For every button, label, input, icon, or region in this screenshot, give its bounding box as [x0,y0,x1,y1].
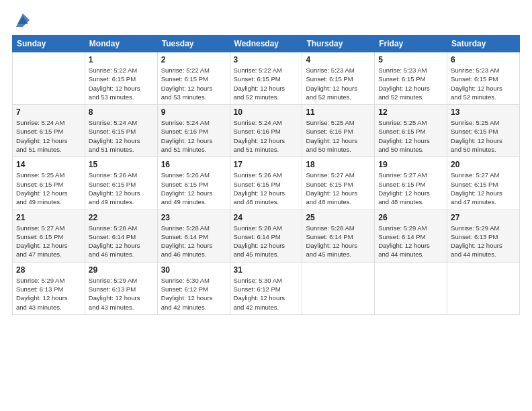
day-info: Sunrise: 5:24 AM Sunset: 6:16 PM Dayligh… [234,118,299,154]
day-number: 27 [451,213,516,222]
calendar-cell: 26Sunrise: 5:29 AM Sunset: 6:14 PM Dayli… [375,210,447,262]
day-info: Sunrise: 5:28 AM Sunset: 6:14 PM Dayligh… [89,224,154,259]
day-info: Sunrise: 5:29 AM Sunset: 6:13 PM Dayligh… [451,224,516,259]
header [12,11,520,30]
day-info: Sunrise: 5:29 AM Sunset: 6:13 PM Dayligh… [16,276,81,312]
day-info: Sunrise: 5:22 AM Sunset: 6:15 PM Dayligh… [161,66,226,101]
day-number: 19 [378,160,443,169]
day-number: 23 [161,213,226,222]
logo [12,11,32,30]
day-info: Sunrise: 5:27 AM Sunset: 6:15 PM Dayligh… [306,171,371,206]
day-number: 6 [451,55,516,64]
day-info: Sunrise: 5:30 AM Sunset: 6:12 PM Dayligh… [234,276,299,312]
day-info: Sunrise: 5:29 AM Sunset: 6:14 PM Dayligh… [378,224,443,259]
day-header: Sunday [13,36,85,52]
calendar-week-row: 1Sunrise: 5:22 AM Sunset: 6:15 PM Daylig… [13,52,520,105]
calendar-cell: 25Sunrise: 5:28 AM Sunset: 6:14 PM Dayli… [302,210,375,262]
calendar-cell [302,262,375,314]
calendar-week-row: 14Sunrise: 5:25 AM Sunset: 6:15 PM Dayli… [13,157,520,210]
day-info: Sunrise: 5:26 AM Sunset: 6:15 PM Dayligh… [234,171,299,206]
day-info: Sunrise: 5:30 AM Sunset: 6:12 PM Dayligh… [161,276,226,312]
calendar-cell: 2Sunrise: 5:22 AM Sunset: 6:15 PM Daylig… [157,52,230,105]
calendar-cell: 31Sunrise: 5:30 AM Sunset: 6:12 PM Dayli… [230,262,302,314]
calendar-table: SundayMondayTuesdayWednesdayThursdayFrid… [12,35,520,315]
day-number: 1 [89,55,154,64]
calendar-cell: 11Sunrise: 5:25 AM Sunset: 6:16 PM Dayli… [302,105,375,157]
day-number: 4 [306,55,371,64]
day-info: Sunrise: 5:27 AM Sunset: 6:15 PM Dayligh… [16,224,81,259]
day-number: 17 [234,160,299,169]
day-info: Sunrise: 5:28 AM Sunset: 6:14 PM Dayligh… [161,224,226,259]
day-info: Sunrise: 5:23 AM Sunset: 6:15 PM Dayligh… [378,66,443,101]
day-number: 7 [16,107,81,117]
day-number: 24 [234,213,299,222]
day-info: Sunrise: 5:26 AM Sunset: 6:15 PM Dayligh… [161,171,226,206]
calendar-cell: 23Sunrise: 5:28 AM Sunset: 6:14 PM Dayli… [157,210,230,262]
day-info: Sunrise: 5:23 AM Sunset: 6:15 PM Dayligh… [451,66,516,101]
calendar-cell: 20Sunrise: 5:27 AM Sunset: 6:15 PM Dayli… [447,157,520,210]
calendar-cell: 10Sunrise: 5:24 AM Sunset: 6:16 PM Dayli… [230,105,302,157]
day-header: Wednesday [230,36,302,52]
calendar-week-row: 7Sunrise: 5:24 AM Sunset: 6:15 PM Daylig… [13,105,520,157]
day-number: 14 [16,160,81,169]
calendar-cell: 1Sunrise: 5:22 AM Sunset: 6:15 PM Daylig… [85,52,157,105]
day-info: Sunrise: 5:22 AM Sunset: 6:15 PM Dayligh… [234,66,299,101]
calendar-cell: 16Sunrise: 5:26 AM Sunset: 6:15 PM Dayli… [157,157,230,210]
day-number: 21 [16,213,81,222]
day-number: 2 [161,55,226,64]
day-info: Sunrise: 5:28 AM Sunset: 6:14 PM Dayligh… [306,224,371,259]
day-number: 15 [89,160,154,169]
calendar-cell: 6Sunrise: 5:23 AM Sunset: 6:15 PM Daylig… [447,52,520,105]
day-number: 30 [161,265,226,275]
day-info: Sunrise: 5:28 AM Sunset: 6:14 PM Dayligh… [234,224,299,259]
calendar-cell [447,262,520,314]
calendar-cell: 8Sunrise: 5:24 AM Sunset: 6:15 PM Daylig… [85,105,157,157]
day-info: Sunrise: 5:24 AM Sunset: 6:15 PM Dayligh… [16,118,81,154]
day-header: Tuesday [157,36,230,52]
calendar-cell: 12Sunrise: 5:25 AM Sunset: 6:15 PM Dayli… [375,105,447,157]
day-number: 25 [306,213,371,222]
calendar-cell: 7Sunrise: 5:24 AM Sunset: 6:15 PM Daylig… [13,105,85,157]
calendar-cell: 9Sunrise: 5:24 AM Sunset: 6:16 PM Daylig… [157,105,230,157]
calendar-cell: 19Sunrise: 5:27 AM Sunset: 6:15 PM Dayli… [375,157,447,210]
day-number: 18 [306,160,371,169]
calendar-week-row: 28Sunrise: 5:29 AM Sunset: 6:13 PM Dayli… [13,262,520,314]
day-info: Sunrise: 5:27 AM Sunset: 6:15 PM Dayligh… [378,171,443,206]
logo-icon [13,11,32,30]
day-info: Sunrise: 5:27 AM Sunset: 6:15 PM Dayligh… [451,171,516,206]
calendar-cell: 18Sunrise: 5:27 AM Sunset: 6:15 PM Dayli… [302,157,375,210]
day-number: 26 [378,213,443,222]
page: SundayMondayTuesdayWednesdayThursdayFrid… [0,0,532,411]
calendar-week-row: 21Sunrise: 5:27 AM Sunset: 6:15 PM Dayli… [13,210,520,262]
calendar-cell: 27Sunrise: 5:29 AM Sunset: 6:13 PM Dayli… [447,210,520,262]
day-header: Friday [375,36,447,52]
day-number: 9 [161,107,226,117]
calendar-cell: 30Sunrise: 5:30 AM Sunset: 6:12 PM Dayli… [157,262,230,314]
day-number: 11 [306,107,371,117]
calendar-cell: 17Sunrise: 5:26 AM Sunset: 6:15 PM Dayli… [230,157,302,210]
calendar-cell: 15Sunrise: 5:26 AM Sunset: 6:15 PM Dayli… [85,157,157,210]
day-number: 16 [161,160,226,169]
day-header: Thursday [302,36,375,52]
calendar-cell: 24Sunrise: 5:28 AM Sunset: 6:14 PM Dayli… [230,210,302,262]
calendar-cell [13,52,85,105]
calendar-cell: 13Sunrise: 5:25 AM Sunset: 6:15 PM Dayli… [447,105,520,157]
calendar-cell: 22Sunrise: 5:28 AM Sunset: 6:14 PM Dayli… [85,210,157,262]
day-number: 5 [378,55,443,64]
day-info: Sunrise: 5:23 AM Sunset: 6:15 PM Dayligh… [306,66,371,101]
calendar-cell: 29Sunrise: 5:29 AM Sunset: 6:13 PM Dayli… [85,262,157,314]
day-info: Sunrise: 5:22 AM Sunset: 6:15 PM Dayligh… [89,66,154,101]
calendar-cell: 5Sunrise: 5:23 AM Sunset: 6:15 PM Daylig… [375,52,447,105]
day-info: Sunrise: 5:24 AM Sunset: 6:15 PM Dayligh… [89,118,154,154]
calendar-cell: 4Sunrise: 5:23 AM Sunset: 6:15 PM Daylig… [302,52,375,105]
day-number: 8 [89,107,154,117]
day-number: 28 [16,265,81,275]
day-number: 10 [234,107,299,117]
day-info: Sunrise: 5:25 AM Sunset: 6:15 PM Dayligh… [16,171,81,206]
day-number: 29 [89,265,154,275]
day-info: Sunrise: 5:25 AM Sunset: 6:16 PM Dayligh… [306,118,371,154]
day-number: 22 [89,213,154,222]
day-header: Monday [85,36,157,52]
day-number: 31 [234,265,299,275]
calendar-cell [375,262,447,314]
